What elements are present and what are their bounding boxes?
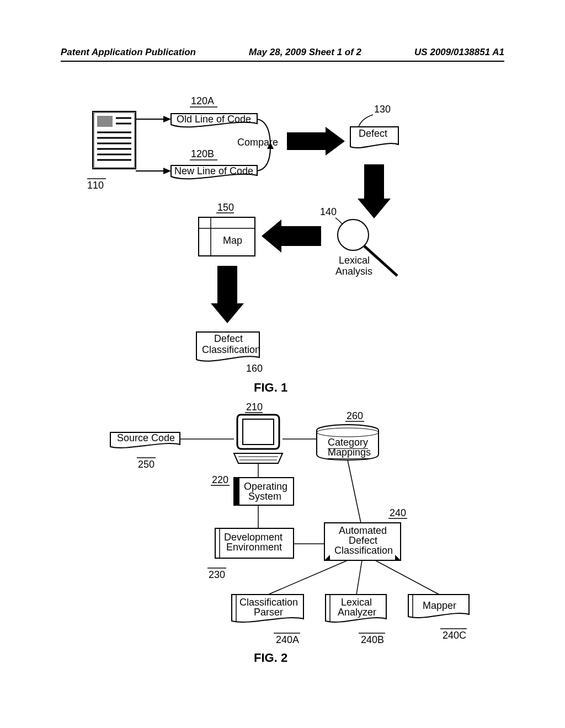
ref-210: 210 xyxy=(246,402,263,413)
svg-marker-10 xyxy=(163,116,171,122)
ref-260: 260 xyxy=(347,410,363,422)
ref-130: 130 xyxy=(374,104,391,115)
fig2-title: FIG. 2 xyxy=(254,651,287,665)
header-left: Patent Application Publication xyxy=(61,47,196,58)
new-line-label: New Line of Code xyxy=(174,165,253,177)
svg-rect-38 xyxy=(234,478,239,505)
classification-label-2: Classification xyxy=(202,344,260,356)
svg-rect-28 xyxy=(243,419,274,445)
svg-marker-14 xyxy=(287,127,345,156)
ref-250: 250 xyxy=(138,459,154,470)
page-header: Patent Application Publication May 28, 2… xyxy=(0,47,565,58)
lexical-label-1: Lexical xyxy=(339,255,370,266)
svg-marker-12 xyxy=(163,168,171,174)
ref-110: 110 xyxy=(87,180,104,191)
map-label: Map xyxy=(223,235,242,247)
ref-240b: 240B xyxy=(361,634,384,646)
lexical-label-2: Analysis xyxy=(335,266,372,277)
classification-label-1: Defect xyxy=(214,333,243,345)
ref-120b: 120B xyxy=(191,148,214,160)
figure-1-svg xyxy=(0,94,565,381)
old-line-label: Old Line of Code xyxy=(177,114,251,125)
category-mappings-2: Mappings xyxy=(328,447,371,458)
fig1-title: FIG. 1 xyxy=(254,381,287,395)
ref-120a: 120A xyxy=(191,95,214,107)
ref-230: 230 xyxy=(209,569,225,581)
ref-240: 240 xyxy=(390,507,406,519)
ref-220: 220 xyxy=(212,474,228,486)
svg-line-55 xyxy=(356,560,362,595)
source-code-label: Source Code xyxy=(117,432,175,444)
svg-line-54 xyxy=(268,560,348,595)
header-center: May 28, 2009 Sheet 1 of 2 xyxy=(249,47,361,58)
parser-2: Parser xyxy=(254,607,283,618)
ref-150: 150 xyxy=(217,202,234,213)
svg-marker-18 xyxy=(262,220,321,253)
svg-line-49 xyxy=(348,460,361,523)
header-rule xyxy=(61,61,504,62)
defect-label: Defect xyxy=(359,128,387,140)
ref-240c: 240C xyxy=(443,630,466,641)
os-label-2: System xyxy=(248,491,281,502)
ref-240a: 240A xyxy=(276,634,299,646)
mapper-label: Mapper xyxy=(423,600,456,612)
dev-env-2: Environment xyxy=(226,542,282,553)
svg-line-56 xyxy=(375,560,439,595)
adc-3: Classification xyxy=(334,545,393,556)
lex-an-2: Analyzer xyxy=(338,607,376,618)
diagram-canvas: Old Line of Code 120A New Line of Code 1… xyxy=(0,94,565,673)
compare-label: Compare xyxy=(237,137,278,148)
ref-160: 160 xyxy=(246,363,263,374)
header-right: US 2009/0138851 A1 xyxy=(414,47,504,58)
svg-rect-0 xyxy=(97,116,113,127)
svg-marker-15 xyxy=(358,164,391,218)
ref-140: 140 xyxy=(320,206,337,218)
svg-marker-22 xyxy=(211,266,244,323)
